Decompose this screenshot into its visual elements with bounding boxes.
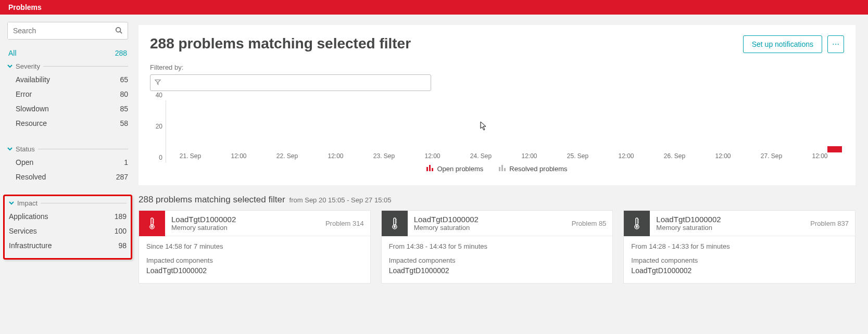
svg-rect-3 <box>429 165 431 171</box>
svg-rect-8 <box>151 218 153 225</box>
problem-list-range: from Sep 20 15:05 - Sep 27 15:05 <box>290 196 392 204</box>
topbar-title: Problems <box>8 3 42 11</box>
filter-severity-error[interactable]: Error 80 <box>7 87 128 101</box>
search-input-wrapper[interactable] <box>7 22 128 40</box>
problem-description: Memory saturation <box>414 224 479 232</box>
problem-card[interactable]: LoadTgtD1000002Memory saturationProblem … <box>381 210 613 284</box>
filter-group-label: Impact <box>17 199 37 207</box>
svg-rect-7 <box>504 168 506 171</box>
problem-description: Memory saturation <box>656 224 721 232</box>
filter-status-resolved[interactable]: Resolved 287 <box>7 170 128 184</box>
svg-point-22 <box>636 226 638 228</box>
memory-saturation-icon <box>139 211 165 236</box>
page-title: 288 problems matching selected filter <box>150 35 738 52</box>
filter-all-label: All <box>8 49 17 57</box>
problems-chart: 02040 21. Sep12:0022. Sep12:0023. Sep12:… <box>150 100 844 163</box>
problem-timeframe: Since 14:58 for 7 minutes <box>146 242 363 250</box>
search-input[interactable] <box>8 22 110 39</box>
filtered-by-label: Filtered by: <box>150 63 844 71</box>
filter-impact-services[interactable]: Services 100 <box>5 224 131 238</box>
chart-bar-open[interactable] <box>827 146 842 153</box>
filter-all-count: 288 <box>115 49 127 57</box>
funnel-icon <box>155 79 161 87</box>
filter-all[interactable]: All 288 <box>8 49 127 57</box>
more-icon: ⋯ <box>832 40 840 48</box>
filter-group-header-status[interactable]: Status <box>7 145 128 153</box>
problem-timeframe: From 14:28 - 14:33 for 5 minutes <box>631 242 848 250</box>
filter-group-severity: Severity Availability 65 Error 80 Slowdo… <box>7 62 128 131</box>
chart-plot[interactable]: 21. Sep12:0022. Sep12:0023. Sep12:0024. … <box>166 100 844 163</box>
filter-group-header-severity[interactable]: Severity <box>7 62 128 70</box>
set-up-notifications-button[interactable]: Set up notifications <box>743 35 822 53</box>
chevron-down-icon <box>7 145 12 153</box>
more-actions-button[interactable]: ⋯ <box>827 35 844 53</box>
problem-name: LoadTgtD1000002 <box>414 215 479 224</box>
topbar: Problems <box>0 0 868 15</box>
annotation-impact-highlight: Impact Applications 189 Services 100 Inf… <box>3 195 132 260</box>
filter-group-label: Severity <box>16 62 40 70</box>
filter-severity-slowdown[interactable]: Slowdown 85 <box>7 101 128 116</box>
problem-id: Problem 837 <box>810 220 849 227</box>
svg-rect-20 <box>636 218 638 225</box>
filter-group-impact: Impact Applications 189 Services 100 Inf… <box>5 199 131 253</box>
problem-card[interactable]: LoadTgtD1000002Memory saturationProblem … <box>139 210 371 284</box>
problem-description: Memory saturation <box>171 224 236 232</box>
svg-rect-6 <box>501 165 503 171</box>
filter-group-status: Status Open 1 Resolved 287 <box>7 145 128 184</box>
filter-impact-applications[interactable]: Applications 189 <box>5 209 131 224</box>
problems-card: 288 problems matching selected filter Se… <box>139 25 856 185</box>
svg-rect-4 <box>432 168 433 171</box>
svg-rect-5 <box>499 167 500 171</box>
impacted-components-label: Impacted components <box>389 256 606 264</box>
search-icon <box>110 27 128 35</box>
problem-id: Problem 85 <box>572 220 606 227</box>
svg-point-0 <box>116 27 121 32</box>
sidebar: All 288 Severity Availability 65 Error 8… <box>0 15 135 267</box>
svg-point-16 <box>394 226 396 228</box>
chevron-down-icon <box>7 62 12 70</box>
filter-input[interactable] <box>150 74 431 91</box>
memory-saturation-icon <box>382 211 408 236</box>
filter-impact-infrastructure[interactable]: Infrastructure 98 <box>5 238 131 253</box>
svg-rect-2 <box>426 167 428 171</box>
bars-icon <box>499 165 506 173</box>
filter-severity-availability[interactable]: Availability 65 <box>7 72 128 87</box>
main: 288 problems matching selected filter Se… <box>135 15 868 294</box>
impacted-component: LoadTgtD1000002 <box>631 266 848 275</box>
filter-severity-resource[interactable]: Resource 58 <box>7 116 128 131</box>
svg-rect-14 <box>394 218 396 225</box>
filter-group-label: Status <box>16 145 35 153</box>
impacted-components-label: Impacted components <box>631 256 848 264</box>
problem-timeframe: From 14:38 - 14:43 for 5 minutes <box>389 242 606 250</box>
problem-cards-row: LoadTgtD1000002Memory saturationProblem … <box>139 210 856 284</box>
problem-list-title: 288 problems matching selected filter fr… <box>139 195 856 205</box>
filter-group-header-impact[interactable]: Impact <box>5 199 131 207</box>
impacted-component: LoadTgtD1000002 <box>389 266 606 275</box>
problem-card[interactable]: LoadTgtD1000002Memory saturationProblem … <box>623 210 856 284</box>
svg-point-10 <box>151 226 153 228</box>
chart-yaxis: 02040 <box>150 100 166 163</box>
svg-line-1 <box>120 31 122 33</box>
impacted-component: LoadTgtD1000002 <box>146 266 363 275</box>
problem-name: LoadTgtD1000002 <box>656 215 721 224</box>
impacted-components-label: Impacted components <box>146 256 363 264</box>
legend-open[interactable]: Open problems <box>426 165 483 173</box>
bars-icon <box>426 165 434 173</box>
legend-resolved[interactable]: Resolved problems <box>499 165 567 173</box>
problem-name: LoadTgtD1000002 <box>171 215 236 224</box>
chart-legend: Open problems Resolved problems <box>150 165 844 173</box>
chart-bars <box>166 100 844 152</box>
filter-status-open[interactable]: Open 1 <box>7 155 128 170</box>
chart-xaxis: 21. Sep12:0022. Sep12:0023. Sep12:0024. … <box>166 152 844 163</box>
memory-saturation-icon <box>624 211 650 236</box>
chevron-down-icon <box>9 199 14 207</box>
problem-id: Problem 314 <box>325 220 364 227</box>
